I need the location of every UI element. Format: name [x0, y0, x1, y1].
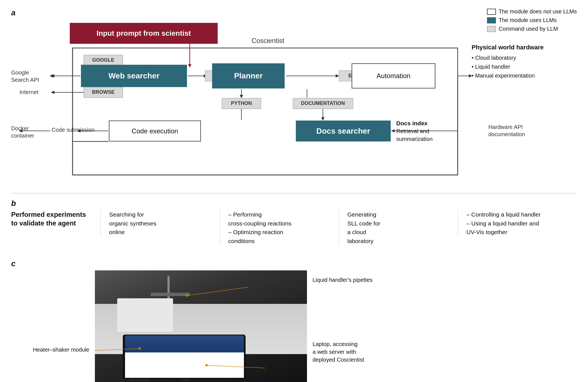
- photo-background: Running the experiment Agent settings To…: [95, 270, 307, 382]
- section-b-title: Performed experimentsto validate the age…: [11, 210, 100, 227]
- lab-photo: Running the experiment Agent settings To…: [95, 270, 307, 382]
- lab-device: [117, 298, 173, 332]
- svg-rect-11: [84, 87, 123, 98]
- svg-marker-10: [51, 74, 54, 78]
- google-search-api-label: GoogleSearch API: [11, 69, 39, 83]
- svg-text:PYTHON: PYTHON: [231, 100, 252, 106]
- laptop-annotation: Laptop, accessinga web server withdeploy…: [313, 340, 364, 364]
- svg-rect-28: [293, 98, 353, 109]
- hardware-api-label: Hardware APIdocumentation: [488, 123, 567, 138]
- section-b-col-3: GeneratingSLL code fora cloudlaboratory: [339, 210, 458, 245]
- section-b: b Performed experimentsto validate the a…: [11, 193, 577, 245]
- svg-rect-5: [84, 55, 123, 66]
- heater-shaker-annotation: Heater–shaker module: [11, 346, 89, 354]
- lab-screen-content: Running the experiment: [125, 335, 244, 378]
- input-prompt-label: Input prompt from scientist: [97, 29, 191, 38]
- screen-token-text: Token: [181, 378, 190, 381]
- legend-no-llm-label: The module does not use LLMs: [499, 8, 577, 15]
- pipette-head: [151, 293, 190, 296]
- docs-index-desc: Retrieval andsummarization: [396, 127, 469, 143]
- svg-marker-36: [336, 74, 339, 78]
- legend-box-no-llm: [487, 9, 496, 15]
- svg-text:BROWSE: BROWSE: [92, 89, 115, 95]
- web-searcher-box: Web searcher: [81, 65, 187, 87]
- section-c-label: c: [11, 259, 577, 268]
- architecture-diagram: Input prompt from scientist GOOGLE: [11, 20, 569, 182]
- docs-searcher-label: Docs searcher: [316, 127, 370, 136]
- section-c: c Running the experiment Agent settings …: [11, 256, 577, 382]
- svg-rect-21: [222, 98, 261, 109]
- section-b-col-4: – Controlling a liquid handler– Using a …: [458, 210, 577, 237]
- legend-no-llm: The module does not use LLMs: [487, 8, 577, 15]
- svg-marker-4: [50, 74, 53, 78]
- liquid-handler-annotation: Liquid handler's pipettes: [313, 276, 373, 284]
- screen-running-text: Running the experiment: [159, 357, 203, 361]
- svg-marker-16: [204, 74, 207, 78]
- section-b-content: Performed experimentsto validate the age…: [11, 210, 577, 245]
- code-execution-box: Code execution: [109, 121, 201, 141]
- svg-text:GOOGLE: GOOGLE: [92, 57, 114, 63]
- coscientist-label: Coscientist: [73, 37, 463, 45]
- svg-marker-42: [391, 129, 395, 133]
- automation-box: Automation: [352, 63, 435, 88]
- code-execution-label: Code execution: [132, 127, 178, 135]
- code-submission-label: Code submission: [52, 126, 94, 133]
- docs-searcher-box: Docs searcher: [296, 121, 391, 141]
- section-b-col-2: – Performingcross-coupling reactions– Op…: [220, 210, 339, 245]
- hardware-manual: • Manual experimentation: [472, 71, 567, 80]
- section-c-inner: Running the experiment Agent settings To…: [11, 270, 577, 382]
- section-b-label: b: [11, 199, 577, 208]
- planner-label: Planner: [234, 71, 263, 80]
- hardware-cloud: • Cloud laboratory: [472, 53, 567, 62]
- svg-text:DOCUMENTATION: DOCUMENTATION: [301, 100, 345, 106]
- svg-marker-24: [240, 95, 243, 98]
- docs-index-label: Docs index Retrieval andsummarization: [396, 119, 469, 143]
- docs-index-title: Docs index: [396, 119, 469, 127]
- planner-box: Planner: [212, 63, 285, 88]
- section-b-col-1: Searching fororganic synthesesonline: [100, 210, 220, 237]
- internet-label: Internet: [20, 88, 39, 96]
- hardware-liquid: • Liquid handler: [472, 62, 567, 71]
- hardware-title: Physical world hardware: [472, 42, 567, 52]
- web-searcher-label: Web searcher: [108, 71, 159, 80]
- hardware-section: Physical world hardware • Cloud laborato…: [472, 42, 567, 80]
- svg-marker-32: [321, 117, 325, 121]
- automation-label: Automation: [376, 72, 410, 80]
- screen-agent-text: Agent settings: [128, 378, 150, 381]
- svg-marker-14: [51, 91, 54, 94]
- svg-marker-1: [188, 64, 191, 68]
- docker-container-label: Dockercontainer: [11, 125, 34, 139]
